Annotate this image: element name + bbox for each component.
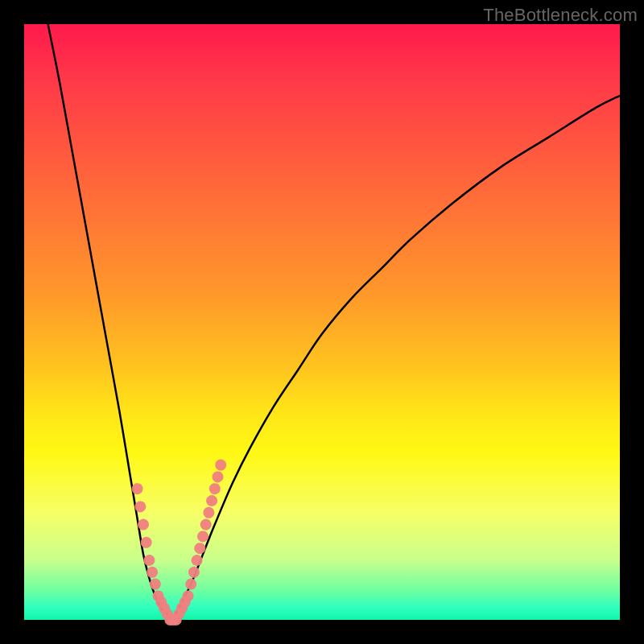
marker-cluster <box>130 457 229 625</box>
right-curve <box>173 96 620 620</box>
curves-svg <box>24 24 620 620</box>
chart-frame: TheBottleneck.com <box>0 0 644 644</box>
svg-rect-27 <box>210 469 225 485</box>
svg-rect-23 <box>198 517 213 532</box>
plot-area <box>24 24 620 620</box>
svg-rect-21 <box>192 541 208 556</box>
svg-rect-18 <box>184 576 199 592</box>
svg-rect-28 <box>213 457 229 473</box>
svg-rect-26 <box>207 481 222 497</box>
left-curve <box>48 24 173 620</box>
svg-rect-24 <box>201 505 217 520</box>
svg-rect-19 <box>187 564 202 580</box>
svg-rect-25 <box>204 493 220 509</box>
watermark-label: TheBottleneck.com <box>483 5 638 26</box>
